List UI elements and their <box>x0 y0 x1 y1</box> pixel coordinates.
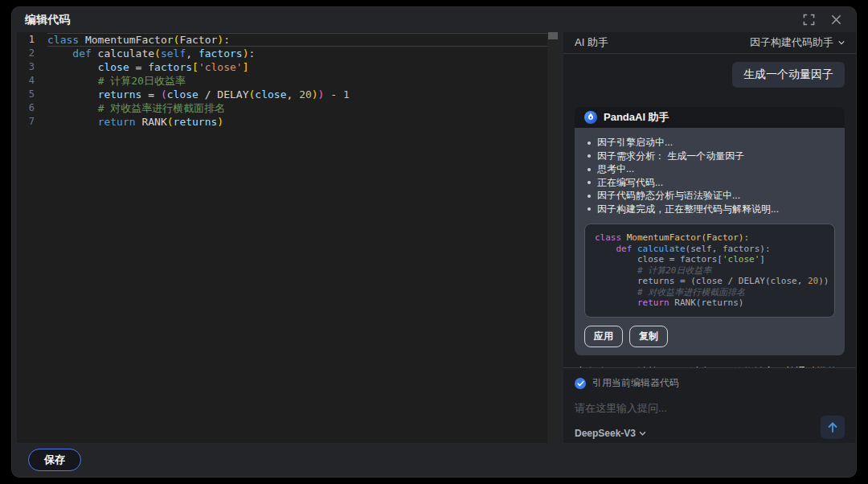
assistant-card-header: PandaAI 助手 <box>575 107 845 128</box>
dialog-title: 编辑代码 <box>25 13 70 27</box>
code-line[interactable]: 7 return RANK(returns) <box>17 115 547 129</box>
edit-code-dialog: 编辑代码 1class MomentumFactor(Factor):2 def… <box>11 6 857 478</box>
code-line[interactable]: 4 # 计算20日收益率 <box>17 74 547 88</box>
chevron-down-icon <box>639 431 646 436</box>
assistant-mode-label: 因子构建代码助手 <box>750 35 833 50</box>
code-line[interactable]: 3 close = factors['close'] <box>17 60 547 74</box>
send-button[interactable] <box>821 416 845 439</box>
assistant-name: PandaAI 助手 <box>604 110 669 125</box>
editor-code-lines[interactable]: 1class MomentumFactor(Factor):2 def calc… <box>17 32 547 443</box>
checkbox-checked-icon[interactable] <box>575 378 586 389</box>
progress-step: 因子引擎启动中... <box>584 136 835 150</box>
user-message-bubble: 生成一个动量因子 <box>732 62 845 88</box>
progress-step: 因子构建完成，正在整理代码与解释说明... <box>584 203 835 216</box>
ai-assistant-panel: AI 助手 因子构建代码助手 生成一个动量因子 <box>563 32 856 443</box>
scrollbar-thumb[interactable] <box>548 32 558 39</box>
dialog-footer: 保存 <box>12 443 856 477</box>
save-button[interactable]: 保存 <box>28 449 81 471</box>
progress-step: 思考中... <box>584 162 835 176</box>
dialog-titlebar: 编辑代码 <box>12 7 856 32</box>
progress-step: 正在编写代码... <box>584 176 835 190</box>
apply-button[interactable]: 应用 <box>584 326 623 347</box>
model-selector[interactable]: DeepSeek-V3 <box>575 428 646 439</box>
code-line[interactable]: 2 def calculate(self, factors): <box>17 47 547 60</box>
close-icon[interactable] <box>829 13 843 27</box>
reference-code-label: 引用当前编辑器代码 <box>592 376 679 390</box>
chat-history[interactable]: 生成一个动量因子 <box>563 54 856 367</box>
assistant-panel-header: AI 助手 因子构建代码助手 <box>563 32 856 54</box>
editor-scrollbar[interactable] <box>547 32 559 443</box>
progress-steps: 因子引擎启动中...因子需求分析： 生成一个动量因子思考中...正在编写代码..… <box>584 136 835 215</box>
generated-code-block: class MomentumFactor(Factor): def calcul… <box>584 224 835 318</box>
model-name: DeepSeek-V3 <box>575 428 636 439</box>
code-line[interactable]: 1class MomentumFactor(Factor): <box>17 33 547 47</box>
progress-step: 因子需求分析： 生成一个动量因子 <box>584 150 835 163</box>
code-line[interactable]: 5 returns = (close / DELAY(close, 20)) -… <box>17 88 547 101</box>
copy-button[interactable]: 复制 <box>629 326 668 347</box>
arrow-up-icon <box>827 421 838 433</box>
panel-title: AI 助手 <box>575 35 608 50</box>
pandaai-logo-icon <box>584 111 597 124</box>
reference-code-toggle[interactable]: 引用当前编辑器代码 <box>575 376 845 390</box>
assistant-mode-dropdown[interactable]: 因子构建代码助手 <box>750 35 845 50</box>
fullscreen-icon[interactable] <box>801 13 816 27</box>
progress-step: 因子代码静态分析与语法验证中... <box>584 189 835 203</box>
prompt-input[interactable]: 请在这里输入提问... <box>575 401 845 416</box>
code-line[interactable]: 6 # 对收益率进行横截面排名 <box>17 101 547 115</box>
minimap[interactable] <box>507 34 546 54</box>
prompt-input-area: 引用当前编辑器代码 请在这里输入提问... DeepSeek-V3 <box>563 367 856 447</box>
code-editor[interactable]: 1class MomentumFactor(Factor):2 def calc… <box>17 32 559 443</box>
assistant-message-card: PandaAI 助手 因子引擎启动中...因子需求分析： 生成一个动量因子思考中… <box>575 107 845 355</box>
chevron-down-icon <box>838 40 845 45</box>
assistant-card-body: 因子引擎启动中...因子需求分析： 生成一个动量因子思考中...正在编写代码..… <box>575 128 845 355</box>
